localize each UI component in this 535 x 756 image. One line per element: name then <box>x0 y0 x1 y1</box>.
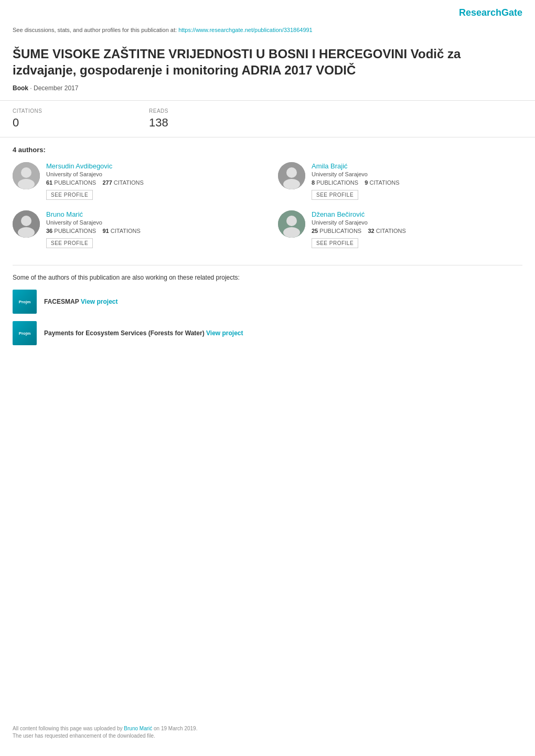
notice-link[interactable]: https://www.researchgate.net/publication… <box>178 27 313 33</box>
author-affil-4: University of Sarajevo <box>312 219 522 226</box>
section-divider <box>13 265 522 265</box>
author-card-3: Bruno Marić University of Sarajevo 36 PU… <box>13 210 257 248</box>
project-thumb-text-1: Projm <box>19 300 31 305</box>
svg-point-7 <box>21 216 31 226</box>
reads-label: READS <box>149 108 264 114</box>
author4-pub-label-text: PUBLICATIONS <box>319 228 361 234</box>
project-text-2: Payments for Ecosystem Services (Forests… <box>44 329 243 337</box>
reads-stat: READS 138 <box>149 101 264 137</box>
see-profile-button-3[interactable]: SEE PROFILE <box>46 238 93 248</box>
author-avatar-3 <box>13 210 40 238</box>
author-info-2: Amila Brajić University of Sarajevo 8 PU… <box>312 162 522 200</box>
project-link-1[interactable]: View project <box>81 298 117 305</box>
authors-section: 4 authors: Mersudin Avdibegovic Universi… <box>0 137 535 257</box>
author-card-4: Dženan Bečirović University of Sarajevo … <box>278 210 522 248</box>
author-name-1[interactable]: Mersudin Avdibegovic <box>46 162 257 170</box>
author-info-4: Dženan Bečirović University of Sarajevo … <box>312 210 522 248</box>
top-bar: ResearchGate <box>0 0 535 23</box>
author-avatar-4 <box>278 210 305 238</box>
author3-pub-label-text: PUBLICATIONS <box>54 228 96 234</box>
title-area: ŠUME VISOKE ZAŠTITNE VRIJEDNOSTI U BOSNI… <box>0 39 535 101</box>
pub-meta-separator: · <box>30 84 34 92</box>
citations-value: 0 <box>13 116 128 130</box>
author-affil-1: University of Sarajevo <box>46 171 257 177</box>
author1-pub-label-text: PUBLICATIONS <box>54 179 96 186</box>
related-projects-section: Some of the authors of this publication … <box>0 274 535 363</box>
author-card-2: Amila Brajić University of Sarajevo 8 PU… <box>278 162 522 200</box>
footer-text1-end: on 19 March 2019. <box>154 726 197 731</box>
pub-type: Book <box>13 84 28 92</box>
author-stats-3: 36 PUBLICATIONS 91 CITATIONS <box>46 228 257 234</box>
citations-label: CITATIONS <box>13 108 128 114</box>
project-item-2: Projm Payments for Ecosystem Services (F… <box>13 321 522 345</box>
project-thumb-1: Projm <box>13 290 37 314</box>
svg-point-4 <box>286 167 297 178</box>
author-info-1: Mersudin Avdibegovic University of Saraj… <box>46 162 257 200</box>
notice-text: See discussions, stats, and author profi… <box>13 27 178 33</box>
footer-line1: All content following this page was uplo… <box>13 726 522 731</box>
author-name-2[interactable]: Amila Brajić <box>312 162 522 170</box>
author-name-3[interactable]: Bruno Marić <box>46 210 257 218</box>
svg-point-11 <box>283 227 300 238</box>
project-thumb-2: Projm <box>13 321 37 345</box>
pub-date: December 2017 <box>34 84 78 92</box>
author1-pub-count: 61 <box>46 179 52 186</box>
researchgate-logo[interactable]: ResearchGate <box>459 7 522 18</box>
svg-point-2 <box>18 179 35 189</box>
author-card-1: Mersudin Avdibegovic University of Saraj… <box>13 162 257 200</box>
author-name-4[interactable]: Dženan Bečirović <box>312 210 522 218</box>
project-item-1: Projm FACESMAP View project <box>13 290 522 314</box>
project-name-2: Payments for Ecosystem Services (Forests… <box>44 329 205 337</box>
footer-line2: The user has requested enhancement of th… <box>13 733 522 739</box>
project-text-1: FACESMAP View project <box>44 298 118 305</box>
author-stats-4: 25 PUBLICATIONS 32 CITATIONS <box>312 228 522 234</box>
project-name-1: FACESMAP <box>44 298 79 305</box>
page-footer: All content following this page was uplo… <box>0 726 535 740</box>
author2-pub-label-text: PUBLICATIONS <box>316 179 358 186</box>
author1-cit-label: CITATIONS <box>114 179 144 186</box>
see-profile-button-2[interactable]: SEE PROFILE <box>312 190 358 200</box>
related-heading: Some of the authors of this publication … <box>13 274 522 281</box>
authors-heading: 4 authors: <box>13 146 522 154</box>
author4-pub-count: 25 <box>312 228 318 234</box>
author4-cit-count: 32 <box>368 228 374 234</box>
reads-value: 138 <box>149 116 264 130</box>
svg-point-5 <box>283 179 300 189</box>
author2-cit-count: 9 <box>365 179 368 186</box>
publication-meta: Book · December 2017 <box>13 84 522 92</box>
svg-point-10 <box>286 216 297 226</box>
author-affil-3: University of Sarajevo <box>46 219 257 226</box>
project-link-2[interactable]: View project <box>206 329 243 337</box>
notice-bar: See discussions, stats, and author profi… <box>0 23 535 39</box>
author-info-3: Bruno Marić University of Sarajevo 36 PU… <box>46 210 257 248</box>
author2-cit-label: CITATIONS <box>369 179 399 186</box>
see-profile-button-1[interactable]: SEE PROFILE <box>46 190 93 200</box>
publication-title: ŠUME VISOKE ZAŠTITNE VRIJEDNOSTI U BOSNI… <box>13 46 522 78</box>
author-avatar-1 <box>13 162 40 189</box>
author-affil-2: University of Sarajevo <box>312 171 522 177</box>
citations-stat: CITATIONS 0 <box>13 101 128 137</box>
author-stats-2: 8 PUBLICATIONS 9 CITATIONS <box>312 179 522 186</box>
author-avatar-2 <box>278 162 305 189</box>
author1-cit-count: 277 <box>102 179 112 186</box>
footer-text1: All content following this page was uplo… <box>13 726 124 731</box>
svg-point-8 <box>18 227 35 238</box>
author2-pub-count: 8 <box>312 179 315 186</box>
footer-uploader-link[interactable]: Bruno Marić <box>124 726 152 731</box>
authors-grid: Mersudin Avdibegovic University of Saraj… <box>13 162 522 248</box>
author-stats-1: 61 PUBLICATIONS 277 CITATIONS <box>46 179 257 186</box>
svg-point-1 <box>21 167 31 178</box>
author4-cit-label: CITATIONS <box>376 228 406 234</box>
author3-cit-count: 91 <box>102 228 109 234</box>
project-thumb-text-2: Projm <box>19 331 31 336</box>
author3-pub-count: 36 <box>46 228 52 234</box>
stats-row: CITATIONS 0 READS 138 <box>0 101 535 137</box>
see-profile-button-4[interactable]: SEE PROFILE <box>312 238 358 248</box>
author3-cit-label: CITATIONS <box>111 228 141 234</box>
